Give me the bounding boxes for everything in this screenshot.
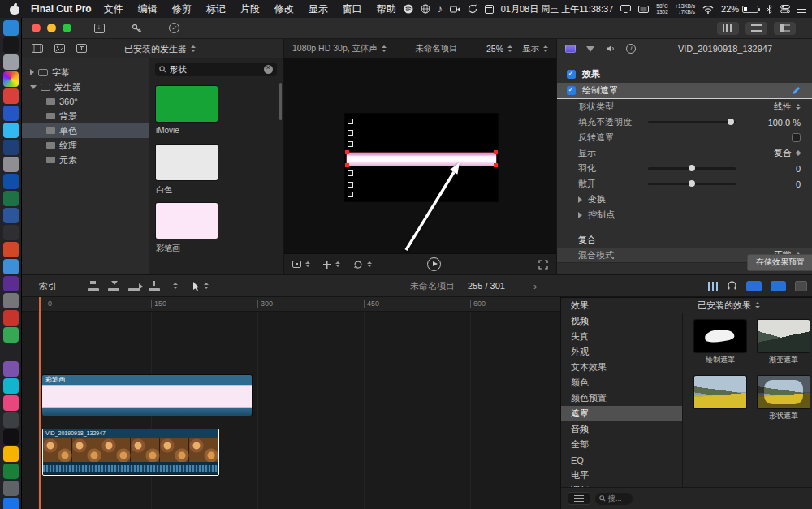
insert-clip-button[interactable]: [108, 281, 121, 291]
menu-item[interactable]: 修剪: [165, 2, 199, 16]
effects-category[interactable]: 电平: [561, 468, 682, 483]
scrollbar[interactable]: [279, 83, 282, 120]
fill-opacity-value[interactable]: 100.0 %: [768, 118, 801, 127]
dock-icon[interactable]: [3, 259, 19, 274]
disclosure-down-icon[interactable]: [30, 85, 37, 89]
append-clip-button[interactable]: [128, 281, 141, 291]
effects-category[interactable]: 颜色预置: [561, 390, 682, 406]
clear-search-button[interactable]: [264, 65, 273, 74]
falloff-value[interactable]: 0: [796, 179, 801, 189]
effects-category[interactable]: EQ: [561, 452, 682, 468]
viewer-format-menu[interactable]: 1080p HD 30p, 立体声: [292, 43, 387, 54]
effects-category[interactable]: 颜色: [561, 375, 682, 390]
play-button[interactable]: [427, 257, 441, 271]
control-points-disclosure-row[interactable]: 控制点: [557, 207, 812, 222]
viewer-rotate-menu[interactable]: [353, 260, 372, 269]
dock-icon[interactable]: [3, 123, 19, 138]
battery-status[interactable]: 22%: [721, 4, 758, 14]
photos-browser-icon[interactable]: [54, 44, 65, 54]
dock-icon[interactable]: [3, 310, 19, 326]
network-speed-readout[interactable]: ↑13KB/s↓7KB/s: [676, 3, 695, 15]
feather-slider[interactable]: [648, 167, 736, 170]
generator-item[interactable]: 白色: [156, 145, 283, 195]
notification-center-icon[interactable]: [797, 6, 806, 13]
effect-item-draw-mask[interactable]: 绘制遮罩: [694, 320, 746, 364]
keyword-editor-button[interactable]: [127, 21, 146, 36]
effects-category[interactable]: 外观: [561, 344, 682, 360]
menu-item[interactable]: 修改: [267, 2, 301, 16]
timeline-index-button[interactable]: 索引: [39, 280, 57, 292]
snapping-toggle-button[interactable]: [771, 281, 786, 291]
draw-mask-checkbox[interactable]: [567, 86, 576, 95]
menu-item[interactable]: 显示: [301, 2, 335, 16]
background-tasks-button[interactable]: [164, 21, 184, 36]
sidebar-item-generator-category[interactable]: 背景: [22, 109, 149, 123]
minimize-window-button[interactable]: [47, 24, 56, 32]
timeline-clip-generator[interactable]: 彩笔画: [42, 375, 252, 416]
info-inspector-tab[interactable]: [624, 42, 637, 55]
dock-icon[interactable]: [3, 54, 19, 70]
generator-item[interactable]: 彩笔画: [156, 203, 283, 253]
dock-icon[interactable]: [3, 429, 19, 445]
music-icon[interactable]: ♪: [438, 4, 443, 14]
disclosure-right-icon[interactable]: [578, 196, 582, 203]
media-browser-icon[interactable]: [32, 44, 43, 54]
timeline-toggle-button[interactable]: [745, 22, 767, 35]
save-effects-preset-button[interactable]: 存储效果预置: [747, 254, 812, 271]
dock-icon[interactable]: [3, 88, 19, 104]
dock-icon[interactable]: [3, 106, 19, 121]
tool-menu[interactable]: [192, 281, 209, 291]
transform-disclosure-row[interactable]: 变换: [557, 192, 812, 207]
sidebar-item-generators[interactable]: 发生器: [22, 80, 149, 94]
effects-category[interactable]: 遮罩: [561, 406, 682, 421]
inspector-toggle-button[interactable]: [774, 22, 796, 35]
display-icon[interactable]: [620, 5, 631, 13]
dock-icon[interactable]: [3, 276, 19, 291]
dock-icon[interactable]: [3, 395, 19, 411]
dock-icon[interactable]: [3, 157, 19, 172]
sidebar-item-generator-category[interactable]: 纹理: [22, 138, 149, 153]
bluetooth-icon[interactable]: [766, 5, 773, 14]
dock-icon[interactable]: [3, 327, 19, 343]
sidebar-item-generator-category[interactable]: 360°: [22, 94, 149, 109]
effects-category[interactable]: 文本效果: [561, 360, 682, 375]
installed-effects-dropdown[interactable]: 已安装的效果: [698, 300, 760, 312]
sync-icon[interactable]: [468, 4, 477, 14]
viewer-view-options-menu[interactable]: [292, 261, 310, 268]
timeline-options-button[interactable]: [795, 281, 807, 291]
keyboard-icon[interactable]: [638, 6, 649, 13]
invert-mask-checkbox[interactable]: [792, 133, 801, 142]
menu-item[interactable]: 窗口: [335, 2, 369, 16]
dock-icon[interactable]: [3, 481, 19, 496]
dock-icon[interactable]: [3, 71, 19, 87]
wifi-icon[interactable]: [702, 5, 714, 14]
zoom-window-button[interactable]: [63, 24, 71, 32]
menu-clock[interactable]: 01月08日 周三 上午11:38:37: [501, 3, 614, 15]
fullscreen-button[interactable]: [538, 260, 548, 270]
viewer-canvas[interactable]: [284, 58, 556, 253]
calendar-icon[interactable]: [485, 5, 494, 14]
dock-icon[interactable]: [3, 225, 19, 240]
fill-opacity-slider[interactable]: [648, 121, 736, 123]
temperature-readout[interactable]: 58°C1302: [656, 3, 668, 15]
effects-category[interactable]: 视频: [561, 313, 682, 329]
app-menu-title[interactable]: Final Cut Pro: [31, 3, 92, 15]
video-inspector-tab[interactable]: [564, 42, 577, 55]
apple-menu-icon[interactable]: [10, 3, 19, 15]
color-inspector-tab[interactable]: [584, 42, 597, 55]
connect-clip-button[interactable]: [88, 281, 101, 291]
falloff-slider[interactable]: [648, 183, 736, 185]
close-window-button[interactable]: [32, 24, 41, 32]
disclosure-right-icon[interactable]: [30, 69, 34, 75]
viewer-display-menu[interactable]: 显示: [522, 43, 548, 54]
effects-category[interactable]: 全部: [561, 437, 682, 452]
sidebar-item-generator-category[interactable]: 元素: [22, 153, 149, 167]
clip-appearance-button[interactable]: [708, 282, 718, 291]
dock-icon[interactable]: [3, 412, 19, 428]
playhead[interactable]: [39, 297, 41, 509]
globe-icon[interactable]: [421, 4, 430, 14]
menu-item[interactable]: 帮助: [369, 2, 404, 16]
dock-icon[interactable]: [3, 20, 19, 36]
video-camera-icon[interactable]: [450, 6, 460, 13]
dock-icon[interactable]: [3, 361, 19, 377]
